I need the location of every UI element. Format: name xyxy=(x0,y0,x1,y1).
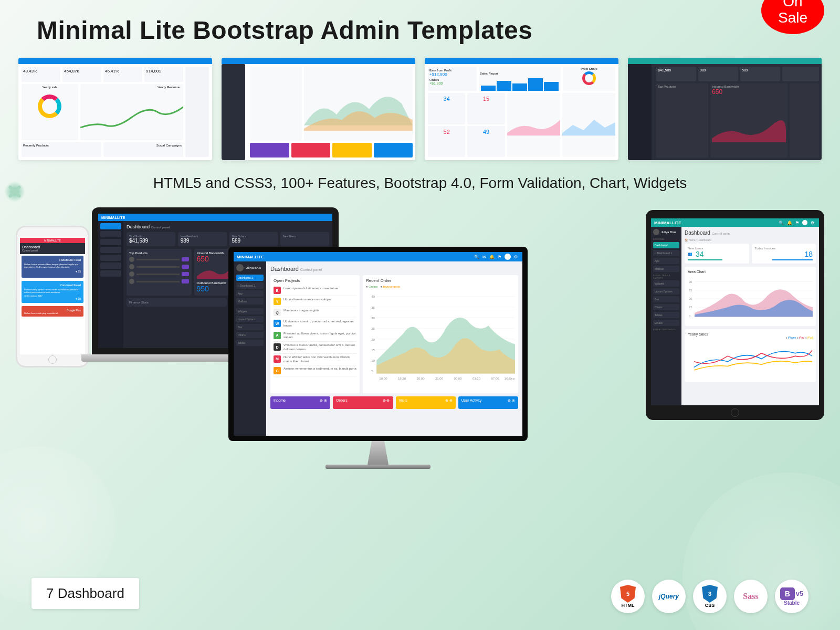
stat-value: 589 xyxy=(232,238,276,244)
dashboard-count-label: 7 Dashboard xyxy=(32,578,139,609)
sidebar-item-charts[interactable]: Charts xyxy=(236,332,264,338)
sidebar-item[interactable] xyxy=(100,270,121,277)
label: Dashboard 2 xyxy=(240,284,255,287)
stat-val: 589 xyxy=(742,68,748,72)
gear-icon[interactable]: ⚙ xyxy=(514,255,518,259)
badge-label: HTML xyxy=(622,603,635,608)
monitor-mockup: MINIMALLITE 🔍 ✉ 🔔 ⚑ ⚙ Juliya Brus xyxy=(228,247,528,469)
sidebar-item-widgets[interactable]: Widgets xyxy=(236,308,264,314)
sidebar-item[interactable] xyxy=(100,231,121,237)
project-badge: D xyxy=(274,343,281,351)
flag-icon[interactable]: ⚑ xyxy=(498,255,501,259)
sidebar-item-layout[interactable]: Layout Options xyxy=(236,316,264,322)
sidebar-item[interactable]: ○ Dashboard 1 xyxy=(653,250,679,256)
project-text: Aenean vehementus a sedimentum ac, bland… xyxy=(284,367,356,374)
stat-card: New Users 👥34 xyxy=(685,244,749,264)
thumb-dashboard-2[interactable] xyxy=(222,58,415,160)
twitter-tile[interactable]: Carousel Feed Professionally spidea coro… xyxy=(22,281,83,303)
tile-text: Professionally spidea corona media manuf… xyxy=(24,288,81,293)
stat-val: +$1,800 xyxy=(429,81,475,85)
sidebar-item-box[interactable]: Box xyxy=(236,324,264,330)
sidebar-item-tables[interactable]: Tables xyxy=(236,340,264,346)
stat-val: 48.43% xyxy=(23,69,37,74)
dash-title: Dashboard xyxy=(22,245,83,249)
badge-label: jQuery xyxy=(659,593,679,600)
gplus-tile[interactable]: Google Plus Nullam benchmark plug imperd… xyxy=(22,306,83,317)
subtitle: HTML5 and CSS3, 100+ Features, Bootstrap… xyxy=(0,175,840,192)
project-item[interactable]: WUt vivamus at enim, pretium ad amet sed… xyxy=(274,318,356,330)
sidebar-item[interactable]: Layout Options xyxy=(653,288,679,295)
project-item[interactable]: DVivamus a metus faucid, consectetur orc… xyxy=(274,342,356,354)
brand: MINIMALLITE xyxy=(101,216,125,219)
sidebar-item-mailbox[interactable]: Mailbox xyxy=(236,298,264,304)
panel-title: Recent Order xyxy=(366,278,515,283)
label: App xyxy=(238,292,243,295)
sidebar: Juliya Brus PERSONAL Dashboard ○ Dashboa… xyxy=(651,227,681,405)
stat-tile[interactable]: Income⊕ ⊗ xyxy=(270,396,330,409)
brand: MINIMALLITE xyxy=(654,220,681,225)
project-item[interactable]: APraesent ac libero vivera, rutrum ligul… xyxy=(274,330,356,342)
facebook-tile[interactable]: Facebook Feed Nullam lacinia pharetra li… xyxy=(22,256,83,278)
sidebar-item[interactable]: Tables xyxy=(653,312,679,318)
sidebar-item-app[interactable]: App xyxy=(236,290,264,297)
sidebar-item[interactable]: Widgets xyxy=(653,280,679,287)
thumb-dashboard-1[interactable]: 48.43% 454,876 46.41% 914,001 Yearly sal… xyxy=(18,58,212,160)
label: Layout Options xyxy=(655,290,673,293)
thumb-dashboard-4[interactable]: $41,589 989 589 Top Products Inbound Ban… xyxy=(628,58,822,160)
likes: 15 xyxy=(78,270,81,273)
home-button[interactable] xyxy=(731,408,739,417)
sidebar-item[interactable] xyxy=(100,255,121,261)
sidebar-item-dashboard2[interactable]: ○ Dashboard 2 xyxy=(236,282,264,289)
label: App xyxy=(655,259,659,262)
sidebar-item[interactable]: App xyxy=(653,258,679,264)
flag-icon[interactable]: ⚑ xyxy=(795,220,799,225)
avatar xyxy=(653,229,659,235)
tile-text: Nullam lacinia pharetra libero tempor ph… xyxy=(24,263,81,268)
stat-val: 914,001 xyxy=(146,69,161,74)
project-text: Lorem ipsum dul sit amet, consectetuer xyxy=(284,287,356,294)
bell-icon[interactable]: 🔔 xyxy=(489,255,495,259)
breadcrumb[interactable]: Home > Dashboard xyxy=(688,238,711,242)
svg-text:21:00: 21:00 xyxy=(435,376,444,380)
project-item[interactable]: YUt condimentum ante non volutpat xyxy=(274,296,356,307)
sidebar-item[interactable]: Charts xyxy=(653,304,679,310)
bell-icon[interactable]: 🔔 xyxy=(787,220,792,225)
avatar[interactable] xyxy=(505,254,511,260)
sidebar-item[interactable] xyxy=(100,239,121,245)
sidebar-item[interactable] xyxy=(100,247,121,253)
project-item[interactable]: QMaecenas magna sagittis xyxy=(274,307,356,318)
stat-val: +$12,800 xyxy=(429,72,475,77)
avatar[interactable] xyxy=(802,220,807,225)
project-item[interactable]: BLorem ipsum dul sit amet, consectetuer xyxy=(274,285,356,296)
search-icon[interactable]: 🔍 xyxy=(474,255,479,259)
sidebar-item-dashboard[interactable]: Dashboard xyxy=(653,242,679,248)
stat-card: New Users xyxy=(280,232,329,246)
stat-tile[interactable]: Orders⊕ ⊗ xyxy=(333,396,393,409)
gear-icon[interactable]: ⚙ xyxy=(811,220,814,225)
mail-icon[interactable]: ✉ xyxy=(482,255,486,259)
stat-tile[interactable]: User Activity⊕ ⊗ xyxy=(458,396,518,409)
sidebar-item-dashboard1[interactable]: Dashboard 1 xyxy=(236,275,264,281)
svg-text:20: 20 xyxy=(689,297,692,300)
thumb-dashboard-3[interactable]: Earn from Profit +$12,800 Orders +$1,800… xyxy=(425,58,618,160)
project-badge: B xyxy=(274,287,281,294)
project-item[interactable]: MNunc efficitur tellus non velit vestibu… xyxy=(274,354,356,366)
sidebar-item[interactable]: Mailbox xyxy=(653,266,679,272)
sale-line1: On xyxy=(783,0,802,10)
donut-chart xyxy=(38,94,61,118)
project-badge: C xyxy=(274,367,281,374)
sidebar-item[interactable] xyxy=(100,262,121,269)
stat-tile[interactable]: Visits⊕ ⊗ xyxy=(396,396,456,409)
svg-text:10:00: 10:00 xyxy=(379,376,387,380)
svg-text:10:Sep: 10:Sep xyxy=(505,376,515,380)
sidebar-item[interactable]: Box xyxy=(653,296,679,302)
home-button[interactable] xyxy=(48,355,57,364)
sidebar-item[interactable]: Emails xyxy=(653,320,679,326)
sidebar-item-dashboard[interactable] xyxy=(100,223,121,229)
search-icon[interactable]: 🔍 xyxy=(779,220,784,225)
project-item[interactable]: CAenean vehementus a sedimentum ac, blan… xyxy=(274,365,356,376)
svg-text:20: 20 xyxy=(371,338,375,341)
tile-text: Nullam benchmark plug imperdiet id. xyxy=(24,312,81,314)
svg-text:07:00: 07:00 xyxy=(491,376,499,380)
project-text: Praesent ac libero vivera, rutrum ligula… xyxy=(284,332,356,340)
